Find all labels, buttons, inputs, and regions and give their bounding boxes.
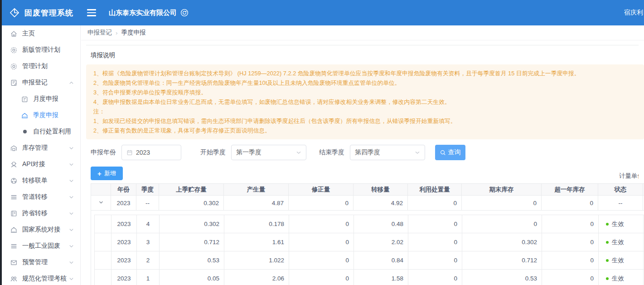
col-status: 状态 [598,184,643,196]
sidebar-item-new-management-plan[interactable]: 新版管理计划 [2,42,80,58]
sidebar-item-label: 新版管理计划 [22,46,60,54]
cell-quarter: -- [136,196,159,211]
current-user[interactable]: 宿庆利 [624,9,644,17]
breadcrumb-item[interactable]: 申报登记 [87,29,112,37]
sidebar-item-label: 季度申报 [33,111,58,119]
cell-quarter: 1 [137,270,160,285]
status-dot [606,277,609,280]
main-content: 填报说明 1、根据《危险废物管理计划和管理台账制定技术导则》 (HJ 1259—… [81,40,644,285]
col-disposed: 利用处置量 [408,184,462,196]
cell-correction: 0 [289,270,354,285]
sidebar-item-general-industrial-waste[interactable]: 一般工业固废 [2,238,80,254]
declare-icon [10,79,18,87]
col-generated: 产生量 [224,184,289,196]
cell-prev-storage: 0.302 [160,215,224,233]
window-edge-strip [0,0,2,285]
status-dot [606,223,609,226]
divider [86,45,639,45]
cell-over-one-year: 0 [542,196,598,211]
cell-generated: 1.61 [224,233,289,251]
cell-prev-storage: 0.05 [160,270,224,285]
logo-area[interactable]: 固废管理系统 [0,7,81,18]
breadcrumb: 申报登记 › 季度申报 [81,25,644,40]
col-quarter: 季度 [136,184,159,196]
bank-icon [10,226,18,234]
search-button[interactable]: 查询 [435,145,465,160]
notice-line: 1、如发现已经提交的申报信息填写错误，需向生态环境部门申请删除该季度起往后（包含… [93,116,637,126]
add-button[interactable]: + 新增 [91,167,123,180]
cell-quarter: 4 [137,215,160,233]
cell-generated: 0.178 [224,215,289,233]
col-year: 年份 [111,184,136,196]
cell-year: 2023 [111,251,137,270]
table-row[interactable]: 2023 4 0.302 0.178 0 0.48 0 0 0 生效 [95,215,644,233]
expand-row-button[interactable] [91,196,111,211]
sidebar-item-monthly-declaration[interactable]: 月度申报 [2,91,80,107]
table-row[interactable]: 2023 3 0.712 1.61 0 2.02 0 0.302 0 生效 [95,233,644,251]
cell-transferred: 0.84 [354,251,408,270]
menu-toggle-icon[interactable] [87,9,96,16]
status-badge: 生效 [612,257,624,264]
refresh-icon[interactable] [180,9,189,17]
summary-row: 2023 -- 0.302 4.87 0 4.92 0 0 0 -- [91,196,644,211]
end-quarter-select[interactable]: 第四季度 [350,145,425,160]
expanded-rows-area: 2023 4 0.302 0.178 0 0.48 0 0 0 生效 [91,211,644,285]
chevron-down-icon [69,162,74,167]
cell-over-one-year: 0 [542,270,599,285]
seal-icon [10,46,18,54]
book-icon [10,210,18,217]
cell-transferred: 2.02 [354,233,408,251]
start-quarter-label: 开始季度 [200,148,226,157]
sidebar-item-label: API对接 [22,160,45,168]
year-input-field[interactable] [136,149,172,156]
sidebar-item-pipeline-transfer[interactable]: 管道转移 [2,189,80,205]
sidebar-item-standardization-assessment[interactable]: 规范化管理考核 [2,270,80,285]
sidebar: 主页 新版管理计划 管理计划 申报登记 月度申报 季度申报 自行处置利用 [2,25,81,285]
table-toolbar: + 新增 计量单位：吨 [91,167,639,180]
sidebar-item-declaration-register[interactable]: 申报登记 [2,74,80,91]
expand-column-header [91,184,111,196]
company-name: 山东泰东实业有限公司 [109,9,177,17]
building-icon [21,112,29,119]
table-row[interactable]: 2023 2 0.53 1.022 0 0.84 0 0.712 0 生效 [95,251,644,270]
sidebar-item-label: 库存管理 [22,144,48,152]
start-quarter-select[interactable]: 第一季度 [231,145,306,160]
sidebar-item-api-integration[interactable]: API对接 [2,156,80,172]
sidebar-item-self-disposal[interactable]: 自行处置利用 [2,123,80,140]
api-icon [10,161,18,168]
sidebar-item-label: 跨省转移 [22,209,48,217]
sidebar-item-inventory-management[interactable]: 库存管理 [2,140,80,156]
sidebar-item-label: 管道转移 [22,193,48,201]
cell-quarter: 2 [137,251,160,270]
detail-table: 2023 4 0.302 0.178 0 0.48 0 0 0 生效 [94,215,644,285]
sidebar-item-quarterly-declaration[interactable]: 季度申报 [2,107,80,123]
cell-transferred: 4.92 [353,196,408,211]
chevron-down-icon [69,244,74,249]
donut-icon [21,128,29,136]
sidebar-item-home[interactable]: 主页 [2,25,80,42]
cell-generated: 4.87 [224,196,289,211]
cell-ending-stock: 0 [462,215,542,233]
year-input[interactable] [121,145,181,160]
cell-disposed: 0 [408,251,462,270]
manifest-icon [10,177,18,185]
status-badge: 生效 [612,221,624,227]
sidebar-item-cross-province-transfer[interactable]: 跨省转移 [2,205,80,221]
sidebar-item-label: 国家系统对接 [22,226,60,234]
calendar-icon [126,149,133,156]
cell-ending-stock: 0 [462,196,542,211]
cell-disposed: 0 [408,233,462,251]
sidebar-item-transfer-manifest[interactable]: 转移联单 [2,172,80,189]
sidebar-item-management-plan[interactable]: 管理计划 [2,58,80,74]
cell-status: 生效 [599,270,644,285]
sidebar-item-alert-management[interactable]: 预警管理 [2,254,80,270]
cell-status: 生效 [599,233,644,251]
sidebar-item-label: 申报登记 [22,79,48,87]
seal-icon [10,63,18,70]
end-quarter-label: 结束季度 [319,148,344,157]
cell-over-one-year: 0 [542,233,599,251]
chevron-down-icon [69,276,74,281]
quarterly-table: 年份 季度 上季贮存量 产生量 修正量 转移量 利用处置量 期末库存 超一年库存… [91,183,644,285]
table-row[interactable]: 2023 1 0.05 2.06 0 1.58 0 0.53 0 生效 [95,270,644,285]
sidebar-item-national-system-integration[interactable]: 国家系统对接 [2,221,80,238]
